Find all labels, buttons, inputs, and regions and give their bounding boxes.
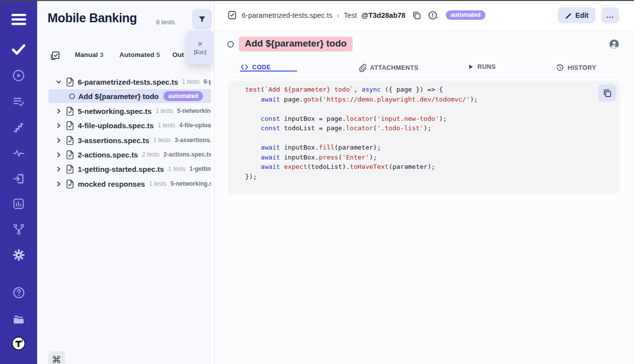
menu-icon[interactable] bbox=[0, 14, 37, 25]
code-lines: test(`Add ${parameter} todo`, async ({ p… bbox=[245, 85, 620, 181]
edit-button[interactable]: Edit bbox=[558, 7, 595, 23]
reports-barchart-icon[interactable] bbox=[0, 198, 37, 210]
copy-code-button[interactable] bbox=[598, 84, 616, 102]
history-clock-icon bbox=[556, 63, 564, 72]
help-question-icon[interactable] bbox=[0, 286, 37, 299]
detail-tabs: CODE ATTACHMENTS RUNS HISTORY bbox=[228, 61, 619, 78]
code-icon bbox=[240, 63, 249, 71]
tab-attachments[interactable]: ATTACHMENTS bbox=[358, 63, 419, 72]
tab-code[interactable]: CODE bbox=[240, 63, 271, 71]
tree-row-spec-file[interactable]: 5-networking.spec.ts 1 tests 5-networkin… bbox=[37, 104, 214, 118]
settings-gear-icon[interactable] bbox=[0, 249, 37, 261]
test-id: @T3d28ab78 bbox=[362, 11, 406, 19]
test-title-row: Add ${parameter} todo bbox=[227, 37, 353, 52]
tree-row-suite[interactable]: mocked responses 1 tests 5-networking.sp… bbox=[37, 176, 214, 191]
spec-file-icon bbox=[65, 120, 75, 131]
header-actions: Edit ... bbox=[558, 7, 619, 23]
filter-funnel-icon bbox=[198, 15, 207, 24]
ellipsis-icon: ... bbox=[606, 11, 614, 19]
esc-hint: [Esc] bbox=[194, 49, 207, 55]
tree-row-spec-file[interactable]: 4-file-uploads.spec.ts 1 tests 4-file-up… bbox=[37, 118, 214, 133]
tests-check-icon[interactable] bbox=[0, 44, 37, 55]
spec-file-icon bbox=[65, 164, 75, 174]
tab-history[interactable]: HISTORY bbox=[556, 63, 596, 72]
tests-count: 8 tests bbox=[156, 18, 175, 26]
tree-row-spec-file[interactable]: 2-actions.spec.ts 2 tests 2-actions.spec… bbox=[37, 147, 214, 162]
play-icon bbox=[468, 63, 474, 70]
pencil-icon bbox=[565, 11, 572, 19]
spec-file-icon bbox=[65, 150, 75, 160]
assignee-avatar[interactable] bbox=[609, 39, 620, 50]
test-detail-panel: 6-parametrized-tests.spec.ts › Test @T3d… bbox=[215, 0, 634, 364]
command-icon: ⌘ bbox=[52, 354, 61, 364]
copy-id-icon[interactable] bbox=[412, 10, 422, 20]
activity-pulse-icon[interactable] bbox=[0, 147, 37, 159]
branches-icon[interactable] bbox=[0, 223, 37, 236]
select-all-icon[interactable] bbox=[50, 51, 60, 61]
automated-badge: automated bbox=[163, 91, 204, 101]
copy-icon bbox=[602, 88, 612, 98]
spec-file-icon bbox=[65, 179, 75, 189]
spec-file-icon bbox=[65, 77, 75, 87]
breadcrumb-test-label: Test bbox=[344, 11, 357, 19]
chevron-right-icon[interactable] bbox=[55, 122, 62, 129]
breadcrumb-separator: › bbox=[337, 11, 339, 19]
chevron-right-icon[interactable] bbox=[55, 152, 62, 158]
breadcrumb: 6-parametrized-tests.spec.ts › Test @T3d… bbox=[227, 10, 558, 21]
test-plans-list-check-icon[interactable] bbox=[0, 96, 37, 108]
chevron-down-icon[interactable] bbox=[55, 79, 62, 85]
tests-sidebar: Mobile Banking 8 tests Manual3 Automated… bbox=[37, 0, 214, 364]
milestones-stairs-icon[interactable] bbox=[0, 121, 37, 134]
close-icon[interactable]: × bbox=[198, 40, 203, 48]
app-navbar bbox=[0, 0, 37, 364]
test-circle-icon bbox=[69, 93, 75, 100]
tab-manual[interactable]: Manual3 bbox=[75, 51, 104, 58]
chevron-right-icon[interactable] bbox=[55, 137, 62, 144]
detail-header: 6-parametrized-tests.spec.ts › Test @T3d… bbox=[215, 0, 634, 31]
tab-automated[interactable]: Automated5 bbox=[119, 51, 160, 58]
spec-file-icon bbox=[65, 135, 75, 146]
command-shortcut-button[interactable]: ⌘ bbox=[48, 351, 65, 364]
paperclip-icon bbox=[358, 63, 367, 72]
filter-button[interactable] bbox=[192, 9, 212, 29]
doc-check-icon bbox=[227, 10, 237, 20]
spec-file-icon bbox=[65, 106, 75, 116]
app-logo[interactable] bbox=[0, 336, 37, 351]
tab-runs[interactable]: RUNS bbox=[468, 63, 496, 70]
sync-alert-icon[interactable] bbox=[427, 10, 438, 21]
tab-outdated[interactable]: Out bbox=[172, 51, 184, 58]
tree-row-spec-file[interactable]: 1-getting-started.spec.ts 1 tests 1-gett… bbox=[37, 161, 214, 176]
test-title: Add ${parameter} todo bbox=[239, 37, 353, 52]
chevron-right-icon[interactable] bbox=[55, 166, 62, 172]
active-tab-underline bbox=[240, 70, 297, 72]
runs-play-circle-icon[interactable] bbox=[0, 69, 37, 82]
tree-row-spec-file[interactable]: 6-parametrized-tests.spec.ts 1 tests 6-p… bbox=[37, 74, 214, 89]
test-circle-icon bbox=[227, 41, 234, 48]
project-title: Mobile Banking bbox=[48, 11, 137, 25]
automated-badge: automated bbox=[446, 10, 486, 20]
code-block: test(`Add ${parameter} todo`, async ({ p… bbox=[228, 81, 620, 194]
chevron-right-icon[interactable] bbox=[55, 108, 62, 114]
import-signin-icon[interactable] bbox=[0, 172, 37, 185]
chevron-right-icon[interactable] bbox=[55, 181, 62, 187]
window-top-strip bbox=[0, 0, 634, 1]
filter-popup: × [Esc] bbox=[187, 30, 213, 64]
projects-folders-icon[interactable] bbox=[0, 312, 37, 325]
tree-row-spec-file[interactable]: 3-assertions.spec.ts 1 tests 3-assertion… bbox=[37, 133, 214, 148]
more-options-button[interactable]: ... bbox=[601, 7, 619, 23]
selected-test-row[interactable]: Add ${parameter} todo automated bbox=[49, 89, 211, 103]
breadcrumb-file[interactable]: 6-parametrized-tests.spec.ts bbox=[242, 11, 332, 19]
